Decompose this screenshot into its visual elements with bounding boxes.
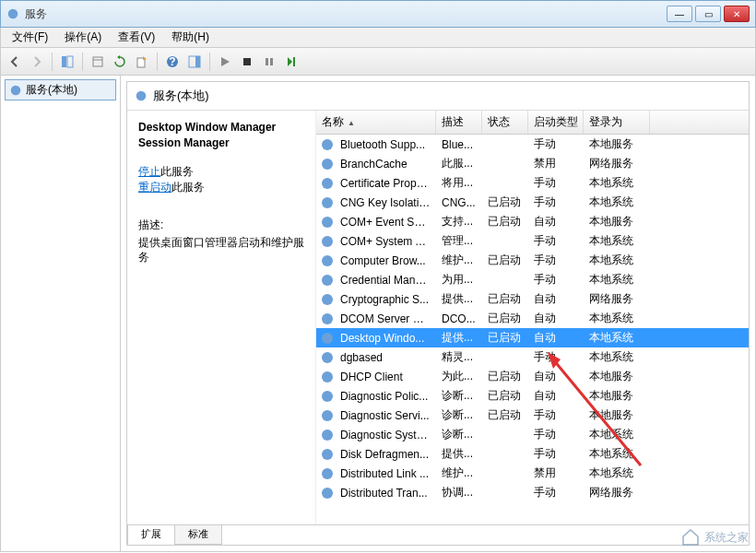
service-list[interactable]: 名称▲ 描述 状态 启动类型 登录为 Bluetooth Supp...Blue… — [316, 111, 749, 524]
tab-standard[interactable]: 标准 — [174, 525, 222, 545]
cell-logon: 本地系统 — [584, 272, 648, 288]
column-header-status[interactable]: 状态 — [482, 111, 528, 134]
gear-icon — [320, 195, 335, 210]
cell-startup: 手动 — [528, 136, 584, 152]
svg-point-30 — [325, 240, 329, 243]
cell-startup: 手动 — [528, 272, 584, 288]
help-button[interactable]: ? — [162, 52, 183, 72]
cell-name: Desktop Windo... — [335, 332, 436, 345]
service-row[interactable]: COM+ Event Sys...支持...已启动自动本地服务 — [316, 212, 749, 231]
svg-point-24 — [325, 182, 329, 185]
tab-extended[interactable]: 扩展 — [127, 525, 175, 545]
service-row[interactable]: Distributed Tran...协调...手动网络服务 — [316, 483, 749, 502]
forward-button[interactable] — [27, 52, 47, 72]
properties-button[interactable] — [88, 52, 108, 72]
gear-icon — [320, 273, 335, 288]
cell-name: Diagnostic Servi... — [335, 409, 436, 422]
cell-description: 提供... — [436, 291, 482, 307]
service-row[interactable]: BranchCache此服...禁用网络服务 — [316, 154, 749, 173]
service-row[interactable]: dgbased精灵...手动本地系统 — [316, 347, 749, 367]
service-row[interactable]: CNG Key IsolationCNG...已启动手动本地系统 — [316, 193, 749, 212]
service-row[interactable]: Certificate Propa...将用...手动本地系统 — [316, 173, 749, 193]
service-row[interactable]: DHCP Client为此...已启动自动本地服务 — [316, 367, 749, 386]
cell-logon: 本地系统 — [584, 311, 648, 326]
service-row[interactable]: Disk Defragmen...提供...手动本地系统 — [316, 444, 749, 464]
menu-action[interactable]: 操作(A) — [57, 28, 109, 47]
description-text: 提供桌面窗口管理器启动和维护服务 — [138, 235, 304, 266]
start-service-button[interactable] — [215, 52, 235, 72]
cell-description: 协调... — [436, 485, 482, 500]
cell-startup: 手动 — [528, 427, 584, 442]
cell-status: 已启动 — [482, 253, 528, 268]
restart-suffix: 此服务 — [171, 181, 205, 194]
service-row[interactable]: Diagnostic Polic...诊断...已启动自动本地服务 — [316, 386, 749, 406]
tree-item-services-local[interactable]: 服务(本地) — [5, 79, 116, 100]
cell-logon: 本地系统 — [584, 233, 648, 249]
menu-file[interactable]: 文件(F) — [5, 28, 55, 47]
cell-description: 为用... — [436, 272, 482, 288]
service-row[interactable]: Computer Brow...维护...已启动手动本地系统 — [316, 251, 749, 270]
service-row[interactable]: Desktop Windo...提供...已启动自动本地系统 — [316, 328, 749, 347]
cell-logon: 本地系统 — [584, 194, 648, 210]
content-header-text: 服务(本地) — [153, 88, 209, 104]
content-header: 服务(本地) — [127, 82, 749, 111]
svg-point-1 — [11, 12, 15, 16]
service-row[interactable]: Distributed Link ...维护...禁用本地系统 — [316, 464, 749, 483]
cell-description: 维护... — [436, 465, 482, 481]
menu-bar: 文件(F) 操作(A) 查看(V) 帮助(H) — [0, 28, 756, 48]
cell-logon: 网络服务 — [584, 291, 648, 307]
gear-icon — [320, 253, 335, 268]
close-button[interactable]: ✕ — [724, 6, 750, 22]
gear-icon — [320, 350, 335, 365]
svg-point-32 — [325, 259, 329, 263]
service-row[interactable]: Bluetooth Supp...Blue...手动本地服务 — [316, 135, 749, 154]
service-row[interactable]: Credential Mana...为用...手动本地系统 — [316, 270, 749, 289]
column-header-startup[interactable]: 启动类型 — [528, 111, 584, 134]
menu-view[interactable]: 查看(V) — [111, 28, 162, 47]
svg-point-46 — [325, 394, 329, 398]
stop-service-link[interactable]: 停止 — [138, 165, 160, 178]
column-header-name[interactable]: 名称▲ — [316, 111, 436, 134]
service-row[interactable]: Cryptographic S...提供...已启动自动网络服务 — [316, 289, 749, 309]
gear-icon — [320, 157, 335, 171]
cell-logon: 本地系统 — [584, 465, 648, 481]
gear-icon — [320, 447, 335, 462]
stop-service-button[interactable] — [237, 52, 257, 72]
column-header-logon[interactable]: 登录为 — [584, 111, 650, 134]
cell-name: Distributed Link ... — [335, 467, 436, 480]
svg-rect-12 — [266, 58, 268, 65]
cell-logon: 本地系统 — [584, 175, 648, 191]
cell-startup: 手动 — [528, 485, 584, 500]
cell-status: 已启动 — [482, 194, 528, 210]
refresh-button[interactable] — [110, 52, 130, 72]
pause-service-button[interactable] — [259, 52, 279, 72]
column-header-description[interactable]: 描述 — [436, 111, 482, 134]
minimize-button[interactable]: — — [667, 6, 692, 22]
restart-service-button[interactable] — [281, 52, 301, 72]
cell-logon: 本地系统 — [584, 427, 648, 442]
cell-status: 已启动 — [482, 369, 528, 384]
tree-item-label: 服务(本地) — [26, 82, 77, 98]
restart-service-link[interactable]: 重启动 — [138, 181, 171, 194]
cell-startup: 自动 — [528, 214, 584, 229]
back-button[interactable] — [5, 52, 25, 72]
gear-icon — [320, 215, 335, 229]
service-row[interactable]: Diagnostic Syste...诊断...手动本地系统 — [316, 425, 749, 444]
cell-startup: 自动 — [528, 388, 584, 404]
maximize-button[interactable]: ▭ — [695, 6, 721, 22]
cell-logon: 本地系统 — [584, 446, 648, 462]
cell-description: 支持... — [436, 214, 482, 229]
service-row[interactable]: COM+ System A...管理...手动本地系统 — [316, 231, 749, 251]
watermark-text: 系统之家 — [704, 530, 749, 546]
service-row[interactable]: Diagnostic Servi...诊断...已启动手动本地服务 — [316, 406, 749, 425]
service-row[interactable]: DCOM Server Pr...DCO...已启动自动本地系统 — [316, 309, 749, 328]
cell-description: 诊断... — [436, 427, 482, 442]
cell-description: 为此... — [436, 369, 482, 384]
result-pane: 服务(本地) Desktop Window Manager Session Ma… — [121, 76, 755, 551]
show-hide-tree-button[interactable] — [57, 52, 77, 72]
export-button[interactable] — [132, 52, 152, 72]
svg-rect-4 — [93, 57, 102, 66]
console-tree: 服务(本地) — [1, 76, 121, 551]
action-pane-button[interactable] — [184, 52, 205, 72]
menu-help[interactable]: 帮助(H) — [164, 28, 217, 47]
